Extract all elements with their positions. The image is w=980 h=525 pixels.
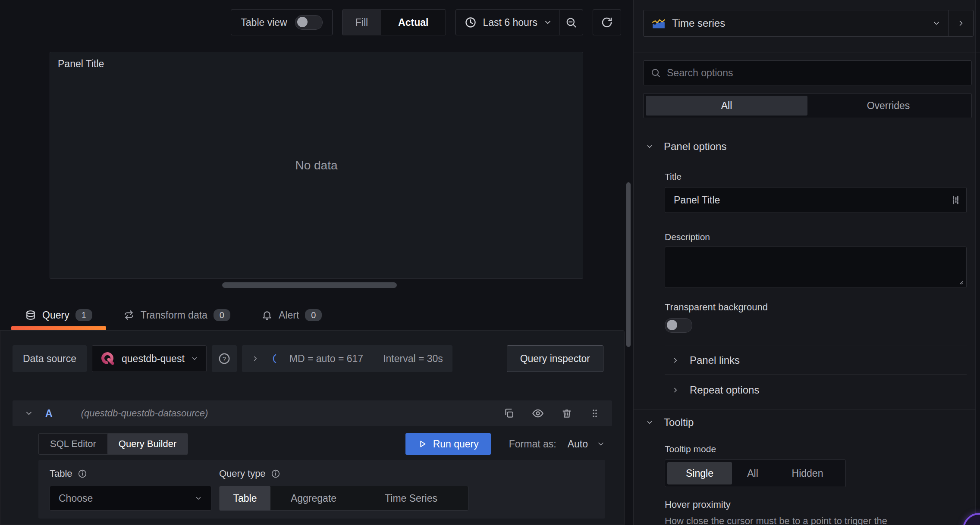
tooltip-mode-label: Tooltip mode (665, 444, 716, 454)
chevron-right-icon (672, 386, 679, 394)
collapse-chevron-icon[interactable] (25, 409, 33, 418)
clock-icon (465, 16, 477, 28)
suggestions-icon[interactable] (951, 194, 960, 206)
panel-title-input-wrap (665, 187, 967, 213)
panel-resize-handle[interactable] (222, 282, 397, 288)
panel-options-pane: Time series All Overrides (633, 0, 980, 525)
chevron-down-icon (932, 19, 941, 28)
resize-corner-icon[interactable] (956, 277, 964, 285)
tooltip-section-header[interactable]: Tooltip (646, 416, 694, 428)
chevron-down-icon[interactable] (597, 440, 605, 448)
repeat-options-label: Repeat options (690, 384, 759, 396)
grafana-panel-editor: Table view Fill Actual Last 6 hours (0, 0, 980, 525)
hide-response-eye-icon[interactable] (532, 407, 544, 419)
repeat-options-section[interactable]: Repeat options (665, 374, 967, 405)
builder-labels-row: Table Query type (50, 468, 594, 480)
table-label-text: Table (50, 468, 72, 479)
query-type-table[interactable]: Table (220, 486, 270, 510)
bell-icon (261, 309, 273, 321)
no-data-message: No data (50, 159, 583, 172)
chevron-down-icon (191, 355, 198, 362)
description-textarea[interactable] (665, 247, 966, 288)
tooltip-mode-single[interactable]: Single (667, 462, 732, 484)
chevron-right-icon (672, 356, 679, 364)
editor-mode-group: SQL Editor Query Builder (38, 433, 188, 455)
format-as-label: Format as: (509, 438, 556, 450)
chevron-down-icon (543, 18, 552, 27)
refresh-icon (600, 16, 613, 29)
search-options-input[interactable] (666, 67, 964, 79)
tooltip-mode-hidden[interactable]: Hidden (773, 462, 842, 484)
table-view-switch[interactable] (295, 15, 323, 30)
table-view-label: Table view (241, 17, 287, 28)
svg-text:?: ? (223, 355, 226, 362)
fill-actual-group: Fill Actual (342, 9, 446, 35)
tooltip-mode-all[interactable]: All (732, 462, 773, 484)
panel-links-label: Panel links (690, 354, 740, 366)
actual-option[interactable]: Actual (381, 10, 446, 35)
transform-icon (123, 309, 135, 321)
questdb-logo-icon (100, 351, 116, 366)
query-row-header[interactable]: A (questdb-questdb-datasource) (13, 400, 612, 426)
title-field-label: Title (665, 172, 682, 182)
format-as-value[interactable]: Auto (568, 438, 588, 450)
tooltip-mode-group: Single All Hidden (665, 459, 846, 487)
options-scrollbar-gutter[interactable] (975, 0, 980, 525)
options-filter-group: All Overrides (643, 93, 972, 118)
query-inspector-button[interactable]: Query inspector (507, 345, 603, 372)
filter-overrides-option[interactable]: Overrides (807, 96, 969, 116)
loading-arc-icon (271, 353, 276, 364)
tab-transform-label: Transform data (141, 309, 207, 321)
datasource-row: Data source questdb-quest (13, 345, 612, 372)
query-type-aggregate[interactable]: Aggregate (270, 486, 357, 510)
panel-options-section-header[interactable]: Panel options (646, 141, 726, 153)
visualization-name: Time series (672, 17, 725, 29)
filter-all-option[interactable]: All (646, 96, 807, 116)
tab-alert-label: Alert (279, 309, 299, 321)
table-view-toggle-group: Table view (231, 9, 332, 35)
datasource-label: Data source (13, 345, 87, 372)
duplicate-query-icon[interactable] (503, 408, 515, 419)
refresh-button[interactable] (593, 9, 621, 35)
vertical-scrollbar[interactable] (626, 182, 631, 347)
time-series-viz-icon (652, 18, 665, 29)
datasource-help-button[interactable]: ? (212, 345, 237, 372)
switch-knob (297, 17, 308, 27)
run-query-button[interactable]: Run query (405, 433, 491, 455)
query-options-summary[interactable]: MD = auto = 617 Interval = 30s (242, 345, 452, 372)
tooltip-heading: Tooltip (664, 416, 694, 428)
panel-title-input[interactable] (665, 194, 951, 206)
tab-transform-count: 0 (214, 309, 230, 321)
fill-option[interactable]: Fill (342, 10, 381, 35)
tab-query[interactable]: Query 1 (11, 303, 106, 328)
time-range-picker[interactable]: Last 6 hours (455, 9, 583, 35)
tab-transform-data[interactable]: Transform data 0 (110, 303, 244, 328)
hover-proximity-label: Hover proximity (665, 499, 731, 510)
query-editor-body: SQL Editor Query Builder Run query Forma… (38, 433, 605, 525)
query-type-time-series[interactable]: Time Series (357, 486, 465, 510)
panel-links-section[interactable]: Panel links (665, 346, 967, 374)
toggle-viz-picker-button[interactable] (949, 10, 973, 36)
info-circle-icon (78, 469, 87, 478)
chevron-right-icon (251, 355, 259, 362)
divider (634, 53, 980, 53)
chevron-down-icon (195, 494, 202, 502)
tab-query-count: 1 (75, 309, 92, 321)
panel-preview: Panel Title No data (50, 52, 583, 279)
editor-toolbar: Table view Fill Actual Last 6 hours (0, 9, 621, 35)
sql-editor-option[interactable]: SQL Editor (39, 434, 107, 454)
delete-query-icon[interactable] (561, 408, 572, 419)
visualization-picker[interactable]: Time series (643, 10, 974, 37)
query-builder-option[interactable]: Query Builder (107, 434, 188, 454)
transparent-background-switch[interactable] (665, 318, 692, 333)
hover-proximity-help: How close the cursor must be to a point … (665, 515, 975, 525)
chevron-down-icon (646, 143, 653, 150)
datasource-picker[interactable]: questdb-quest (92, 345, 207, 372)
zoom-out-icon (565, 16, 577, 28)
tab-alert[interactable]: Alert 0 (248, 303, 336, 328)
description-field-label: Description (665, 232, 710, 242)
zoom-out-time-button[interactable] (559, 10, 583, 35)
play-icon (418, 439, 427, 449)
table-select[interactable]: Choose (50, 486, 211, 511)
drag-handle-icon[interactable] (590, 408, 600, 419)
